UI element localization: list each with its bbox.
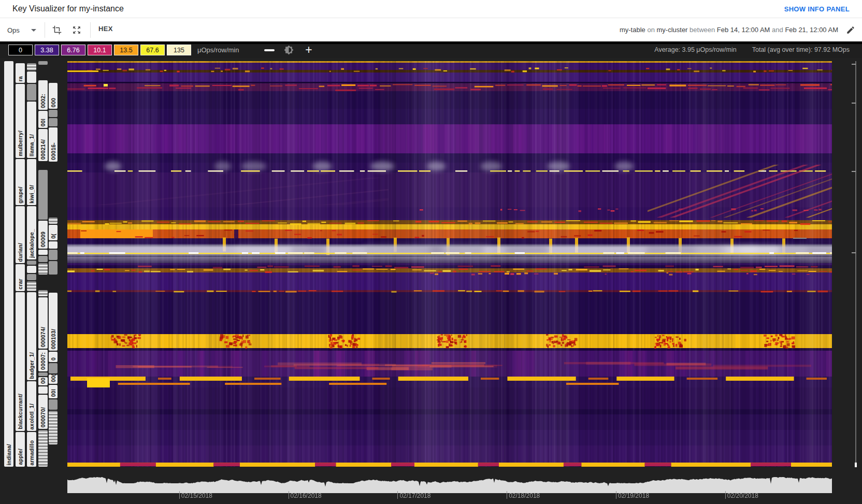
key-range-segment-000214[interactable]: 000214/ — [38, 129, 48, 161]
plus-icon: + — [305, 43, 312, 57]
timeline-tick — [397, 491, 398, 499]
scrollbar-handle-dash[interactable] — [793, 238, 807, 239]
key-range-label: mulberry/ — [17, 129, 23, 158]
key-range-segment[interactable] — [38, 372, 48, 376]
key-range-segment-00007[interactable]: 00007: — [38, 350, 48, 371]
metric-selector-dropdown[interactable]: Ops — [7, 24, 36, 36]
key-range-segment[interactable] — [27, 84, 36, 100]
key-range-segment[interactable] — [38, 250, 48, 255]
timeline-tick — [179, 491, 180, 499]
key-range-label: apple/ — [17, 447, 23, 467]
key-range-segment-00016[interactable]: 00016- — [49, 127, 58, 162]
key-range-label: 000 — [50, 96, 56, 109]
key-range-segment-badger_1[interactable]: badger_1/ — [27, 292, 36, 380]
key-range-segment[interactable] — [49, 250, 58, 260]
key-range-segment-0[interactable]: 0 — [49, 352, 58, 362]
key-range-segment[interactable] — [38, 386, 48, 394]
page-title: Key Visualizer for my-instance — [12, 4, 124, 13]
key-range-label: jackalope_ — [28, 227, 35, 260]
key-range-segment[interactable] — [27, 71, 36, 83]
key-range-segment-00l[interactable]: 00l — [38, 111, 48, 128]
show-info-panel-button[interactable]: SHOW INFO PANEL — [784, 5, 850, 13]
key-range-segment[interactable] — [27, 274, 36, 280]
edit-scope-button[interactable] — [844, 24, 857, 36]
key-range-label: 0( — [50, 232, 56, 240]
key-range-segment-durian[interactable]: durian/ — [16, 206, 25, 263]
crop-icon — [52, 25, 62, 35]
key-range-segment-axolotl_1[interactable]: axolotl_1/ — [27, 381, 36, 431]
key-range-segment[interactable] — [49, 411, 58, 444]
key-range-segment-ra[interactable]: ra — [16, 63, 25, 83]
key-range-segment-00l[interactable]: 00l — [49, 385, 58, 398]
key-range-segment[interactable] — [27, 266, 36, 273]
key-range-segment-00009[interactable]: 00009 — [38, 221, 48, 249]
key-range-segment-000103[interactable]: 000103/ — [49, 293, 58, 351]
key-range-segment[interactable] — [38, 430, 48, 467]
key-range-segment-apple[interactable]: apple/ — [16, 432, 25, 467]
timeline-label: 02/19/2018 — [618, 492, 649, 499]
key-range-segment-kiwi_0[interactable]: kiwi_0/ — [27, 159, 36, 205]
decrease-scale-button[interactable] — [263, 45, 276, 55]
vertical-minimap-scrollbar[interactable] — [855, 61, 856, 467]
key-range-label: 00( — [50, 375, 56, 384]
key-range-segment-000074[interactable]: 000074/ — [38, 297, 48, 349]
increase-scale-button[interactable]: + — [303, 43, 315, 56]
key-range-segment-llama_1[interactable]: llama_1/ — [27, 102, 36, 158]
heatmap-canvas[interactable] — [67, 61, 832, 467]
scrollbar-tick — [852, 64, 856, 65]
timeline-tick — [289, 491, 289, 499]
key-range-segment[interactable] — [27, 261, 36, 265]
key-range-segment-jackalope_[interactable]: jackalope_ — [27, 206, 36, 260]
key-range-segment[interactable] — [38, 256, 48, 262]
scale-stats: Average: 3.95 μOps/row/min Total (avg ov… — [654, 46, 850, 53]
key-range-label: 00 — [40, 377, 46, 385]
key-range-label: 00009 — [40, 230, 46, 249]
legend-swatch-3.38: 3.38 — [35, 45, 59, 55]
key-range-segment[interactable] — [49, 261, 58, 275]
key-range-segment[interactable] — [49, 363, 58, 373]
key-range-segment-blackcurrant[interactable]: blackcurrant/ — [16, 292, 25, 431]
minus-icon — [264, 49, 275, 51]
key-range-segment-0002[interactable]: 0002: — [38, 80, 48, 110]
timeline-label: 02/16/2018 — [291, 492, 322, 499]
key-range-segment[interactable] — [49, 118, 58, 126]
expand-view-button[interactable] — [70, 24, 83, 36]
key-range-segment[interactable] — [49, 241, 58, 249]
key-range-segment[interactable] — [38, 170, 48, 220]
scope-summary: my-table on my-cluster between Feb 14, 1… — [620, 26, 838, 34]
hex-toggle-button[interactable]: HEX — [98, 25, 113, 33]
key-range-segment-000[interactable]: 000 — [49, 83, 58, 109]
key-range-label: 000074/ — [40, 325, 46, 349]
scrollbar-tick — [852, 252, 856, 253]
key-range-segment-armadillo[interactable]: armadillo — [27, 432, 36, 467]
scope-start-time: Feb 14, 12:00 AM — [717, 26, 770, 34]
key-range-segment[interactable] — [38, 61, 48, 65]
key-range-segment-00[interactable]: 00 — [38, 377, 48, 385]
key-range-segment-0[interactable]: 0( — [49, 225, 58, 240]
legend-swatch-0: 0 — [8, 45, 33, 55]
key-range-segment[interactable] — [27, 281, 36, 291]
vertical-scrollbar-thumb[interactable] — [855, 463, 857, 467]
key-range-segment[interactable] — [49, 218, 58, 224]
timeline-label: 02/18/2018 — [509, 492, 540, 499]
key-range-segment[interactable] — [27, 63, 36, 70]
scale-unit-label: μOps/row/min — [197, 46, 239, 54]
key-range-segment[interactable] — [49, 399, 58, 410]
scope-conn: on — [645, 26, 657, 34]
chevron-down-icon — [31, 29, 36, 32]
key-range-label: ra — [17, 75, 23, 83]
key-range-segment-mulberry[interactable]: mulberry/ — [16, 84, 25, 158]
key-range-segment-grape[interactable]: grape/ — [16, 159, 25, 205]
contrast-button[interactable] — [283, 45, 294, 55]
timeline-tick — [616, 491, 616, 499]
key-range-segment-indiana[interactable]: indiana/ — [4, 61, 13, 467]
key-range-segment-000070[interactable]: 000070/ — [38, 395, 48, 429]
legend-swatch-10.1: 10.1 — [88, 45, 112, 55]
key-range-segment[interactable] — [38, 290, 48, 296]
key-range-segment-crar[interactable]: crar — [16, 264, 25, 291]
key-range-segment[interactable] — [38, 263, 48, 275]
key-range-segment[interactable] — [49, 110, 58, 117]
crop-zoom-button[interactable] — [51, 24, 63, 36]
activity-scrubber[interactable] — [67, 476, 832, 493]
key-range-segment-00[interactable]: 00( — [49, 375, 58, 384]
